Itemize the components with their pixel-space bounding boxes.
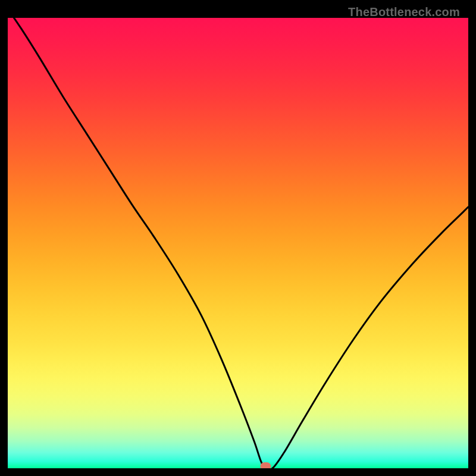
chart-frame: TheBottleneck.com xyxy=(8,8,468,468)
bottleneck-chart xyxy=(8,8,468,468)
watermark-text: TheBottleneck.com xyxy=(348,5,460,19)
optimal-marker xyxy=(260,462,271,468)
